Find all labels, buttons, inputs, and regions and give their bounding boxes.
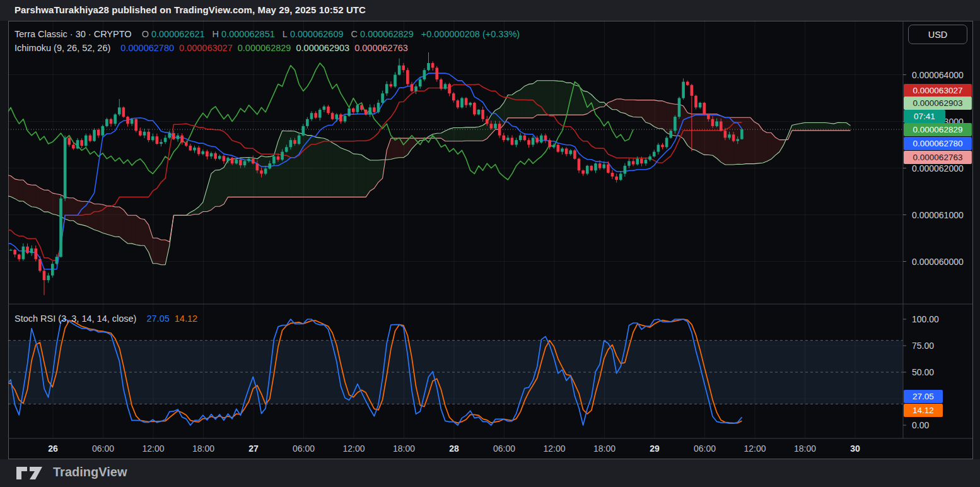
time-label: 12:00: [543, 443, 565, 454]
stoch-axis-label: 75.00: [912, 340, 934, 351]
time-label: 06:00: [493, 443, 515, 454]
open-group: O0.000062621: [142, 29, 207, 39]
chart-canvas[interactable]: [0, 0, 980, 487]
time-label: 12:00: [342, 443, 365, 454]
close-value: 0.000062829: [360, 29, 414, 39]
price-axis-label: 0.000062000: [912, 163, 964, 174]
stoch-k-badge: 27.05: [904, 390, 943, 403]
tradingview-logo-icon[interactable]: [15, 464, 45, 482]
ichimoku-lead2-value: 0.000062763: [354, 43, 408, 53]
stoch-d-value: 14.12: [175, 314, 197, 324]
time-label: 06:00: [694, 443, 716, 454]
stoch-axis-label: 0.00: [912, 420, 929, 431]
stoch-axis-label: 50.00: [912, 367, 934, 378]
price-axis-label: 0.000061000: [912, 209, 964, 221]
high-value: 0.000062851: [221, 29, 275, 39]
price-pane: [0, 52, 903, 295]
change-value: +0.000000208 (+0.33%): [421, 29, 520, 39]
tradingview-snapshot-page: ParshwaTurakhiya28 published on TradingV…: [0, 0, 980, 487]
lead2-badge: 0.000062763: [904, 151, 972, 164]
low-group: L0.000062609: [283, 29, 346, 39]
currency-toggle-button[interactable]: USD: [908, 25, 967, 44]
conversion-badge: 0.000062780: [904, 137, 972, 150]
time-label: 18:00: [192, 443, 214, 454]
time-label: 29: [650, 443, 660, 454]
last-price-badge: 0.000062829: [904, 123, 972, 136]
ichimoku-legend-row: Ichimoku (9, 26, 52, 26) 0.000062780 0.0…: [15, 43, 411, 53]
countdown-badge: 07:41: [904, 110, 945, 123]
time-label: 06:00: [92, 443, 114, 454]
high-group: H0.000062851: [213, 29, 277, 39]
time-label: 12:00: [744, 443, 766, 454]
ichimoku-cloud: [0, 81, 851, 265]
ichimoku-base-value: 0.000063027: [179, 43, 233, 53]
open-value: 0.000062621: [151, 29, 205, 39]
footer-bar: TradingView: [0, 459, 980, 487]
tradingview-wordmark[interactable]: TradingView: [53, 465, 127, 479]
time-label: 12:00: [142, 443, 164, 454]
time-label: 06:00: [293, 443, 315, 454]
stoch-band: [8, 341, 903, 404]
ichimoku-lagging-value: 0.000062829: [238, 43, 291, 53]
ichimoku-conversion-value: 0.000062780: [120, 43, 174, 53]
ichimoku-title: Ichimoku (9, 26, 52, 26): [15, 43, 110, 53]
symbol-title: Terra Classic · 30 · CRYPTO: [15, 29, 132, 39]
price-axis-label: 0.000064000: [912, 69, 964, 81]
lead1-badge: 0.000062903: [904, 97, 972, 110]
symbol-legend-row: Terra Classic · 30 · CRYPTO O0.000062621…: [15, 29, 522, 39]
base-line-badge: 0.000063027: [904, 84, 972, 97]
ichimoku-lead1-value: 0.000062903: [296, 43, 349, 53]
time-label: 30: [850, 443, 860, 454]
stoch-d-badge: 14.12: [904, 404, 943, 417]
time-label: 28: [449, 443, 459, 454]
low-value: 0.000062609: [290, 29, 344, 39]
stoch-rsi-legend-row: Stoch RSI (3, 3, 14, 14, close) 27.05 14…: [15, 314, 200, 324]
price-axis-label: 0.000060000: [912, 256, 964, 267]
time-label: 18:00: [393, 443, 415, 454]
time-label: 18:00: [593, 443, 615, 454]
stoch-rsi-title: Stoch RSI (3, 3, 14, 14, close): [15, 314, 136, 324]
time-label: 18:00: [794, 443, 816, 454]
time-label: 27: [248, 443, 259, 454]
stoch-k-value: 27.05: [146, 314, 169, 324]
close-group: C0.000062829: [351, 29, 416, 39]
time-label: 26: [48, 443, 58, 454]
stoch-axis-label: 100.00: [912, 314, 939, 325]
stoch-pane: [0, 319, 903, 425]
